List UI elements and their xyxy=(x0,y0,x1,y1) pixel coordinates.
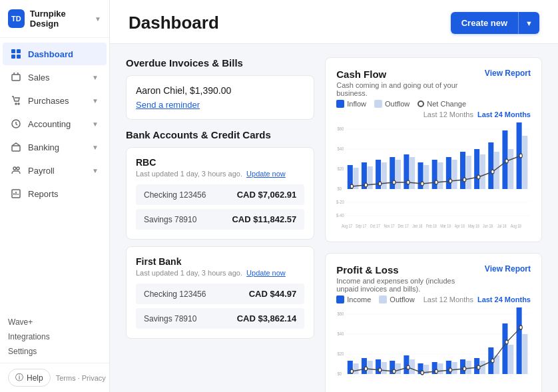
sidebar-logo[interactable]: TD Turnpike Design ▼ xyxy=(0,0,109,38)
reports-icon xyxy=(11,188,21,199)
sidebar-item-integrations[interactable]: Integrations xyxy=(8,329,101,344)
account-balance: CAD $7,062.91 xyxy=(237,190,297,200)
separator: · xyxy=(78,374,80,382)
send-reminder-link[interactable]: Send a reminder xyxy=(136,100,200,110)
svg-rect-38 xyxy=(446,157,451,189)
account-row-checking-rbc[interactable]: Checking 123456 CAD $7,062.91 xyxy=(136,184,304,205)
sidebar-item-payroll[interactable]: Payroll ▼ xyxy=(3,159,107,182)
svg-rect-89 xyxy=(382,362,387,374)
account-row-savings-rbc[interactable]: Savings 78910 CAD $11,842.57 xyxy=(136,209,304,230)
svg-rect-47 xyxy=(508,149,513,189)
svg-text:Feb 18: Feb 18 xyxy=(426,223,437,228)
pl-legend-income: Income xyxy=(336,295,371,303)
svg-rect-97 xyxy=(438,363,443,374)
svg-text:$0: $0 xyxy=(338,371,342,376)
create-new-button[interactable]: Create new xyxy=(451,12,518,34)
svg-text:Nov 17: Nov 17 xyxy=(384,223,396,228)
cashflow-view-report-link[interactable]: View Report xyxy=(485,69,531,78)
svg-point-114 xyxy=(407,365,410,369)
svg-rect-3 xyxy=(17,55,21,59)
svg-point-50 xyxy=(350,184,353,188)
svg-rect-33 xyxy=(410,157,415,189)
svg-text:$-20: $-20 xyxy=(336,199,344,204)
sidebar-item-wave-plus[interactable]: Wave+ xyxy=(8,315,101,329)
svg-point-54 xyxy=(407,180,410,184)
sidebar-item-label: Accounting xyxy=(28,119,85,129)
help-button[interactable]: ⓘ Help xyxy=(8,369,51,387)
svg-text:Aug 18: Aug 18 xyxy=(511,223,522,228)
accounting-chevron-icon: ▼ xyxy=(92,120,99,128)
svg-text:Dec 17: Dec 17 xyxy=(398,223,410,228)
svg-point-111 xyxy=(365,367,368,371)
svg-rect-1 xyxy=(17,49,21,53)
svg-rect-37 xyxy=(438,162,443,189)
payroll-icon xyxy=(11,165,21,176)
pl-time-12m[interactable]: Last 12 Months xyxy=(423,295,473,303)
svg-rect-27 xyxy=(368,166,373,189)
svg-rect-103 xyxy=(480,361,485,374)
privacy-link[interactable]: Privacy xyxy=(82,374,106,382)
account-balance: CAD $3,862.14 xyxy=(237,313,297,323)
svg-point-113 xyxy=(393,369,396,373)
svg-point-10 xyxy=(17,167,19,170)
cashflow-time-12m[interactable]: Last 12 Months xyxy=(423,110,473,118)
svg-rect-31 xyxy=(396,160,401,189)
sales-chevron-icon: ▼ xyxy=(92,74,99,81)
bank-accounts-section: Bank Accounts & Credit Cards RBC Last up… xyxy=(126,129,314,339)
svg-rect-107 xyxy=(508,345,513,374)
sidebar-item-label: Banking xyxy=(28,142,85,152)
update-now-link-firstbank[interactable]: Update now xyxy=(246,269,286,277)
account-row-savings-firstbank[interactable]: Savings 78910 CAD $3,862.14 xyxy=(136,308,304,329)
bank-card-firstbank: First Bank Last updated 1 day, 3 hours a… xyxy=(126,246,314,339)
svg-rect-40 xyxy=(460,152,465,189)
sidebar-item-dashboard[interactable]: Dashboard xyxy=(3,43,107,65)
bank-card-rbc: RBC Last updated 1 day, 3 hours ago. Upd… xyxy=(126,147,314,240)
svg-rect-44 xyxy=(489,142,494,189)
accounting-icon xyxy=(11,118,21,129)
sidebar-item-purchases[interactable]: Purchases ▼ xyxy=(3,89,107,112)
svg-text:Jul 18: Jul 18 xyxy=(497,223,507,228)
sidebar-item-label: Sales xyxy=(28,73,85,83)
svg-point-59 xyxy=(477,175,480,179)
svg-point-122 xyxy=(519,325,522,329)
profit-loss-view-report-link[interactable]: View Report xyxy=(485,264,531,274)
cashflow-time-24m[interactable]: Last 24 Months xyxy=(477,110,531,118)
pl-time-24m[interactable]: Last 24 Months xyxy=(477,295,531,303)
overdue-card: Aaron Chiel, $1,390.00 Send a reminder xyxy=(126,75,314,120)
update-now-link-rbc[interactable]: Update now xyxy=(246,170,286,178)
svg-rect-85 xyxy=(354,363,359,374)
svg-point-56 xyxy=(435,180,437,184)
account-row-checking-firstbank[interactable]: Checking 123456 CAD $44.97 xyxy=(136,284,304,304)
overdue-title: Overdue Invoices & Bills xyxy=(126,57,314,69)
svg-text:$-40: $-40 xyxy=(336,212,344,218)
account-name: Savings 78910 xyxy=(144,314,196,323)
svg-point-53 xyxy=(393,180,396,184)
svg-point-6 xyxy=(18,103,19,104)
svg-point-51 xyxy=(365,183,368,187)
svg-point-116 xyxy=(435,369,437,373)
sidebar-item-settings[interactable]: Settings xyxy=(8,344,101,359)
sidebar-item-banking[interactable]: Banking ▼ xyxy=(3,136,107,158)
purchases-chevron-icon: ▼ xyxy=(92,97,99,104)
svg-point-52 xyxy=(379,182,382,186)
sidebar-item-accounting[interactable]: Accounting ▼ xyxy=(3,112,107,135)
sidebar-item-label: Dashboard xyxy=(28,49,73,59)
terms-link[interactable]: Terms xyxy=(56,374,76,382)
bank-name-rbc: RBC xyxy=(136,157,304,168)
svg-point-117 xyxy=(449,368,451,372)
sidebar-item-reports[interactable]: Reports xyxy=(3,182,107,205)
cashflow-chart: $60 $40 $20 $0 $-20 $-40 xyxy=(336,122,531,231)
svg-point-118 xyxy=(463,367,466,371)
svg-point-112 xyxy=(379,368,382,372)
svg-rect-42 xyxy=(474,149,479,189)
sidebar-item-sales[interactable]: Sales ▼ xyxy=(3,66,107,89)
sidebar-item-label: Payroll xyxy=(28,166,85,176)
svg-text:$40: $40 xyxy=(338,146,344,151)
sales-icon xyxy=(11,72,21,83)
bank-updated-firstbank: Last updated 1 day, 3 hours ago. Update … xyxy=(136,269,304,277)
svg-rect-41 xyxy=(466,156,471,189)
cashflow-legend-inflow: Inflow xyxy=(336,100,366,108)
cashflow-legend-net: Net Change xyxy=(418,100,466,108)
svg-rect-4 xyxy=(12,75,20,81)
create-new-dropdown-button[interactable]: ▼ xyxy=(518,12,539,34)
